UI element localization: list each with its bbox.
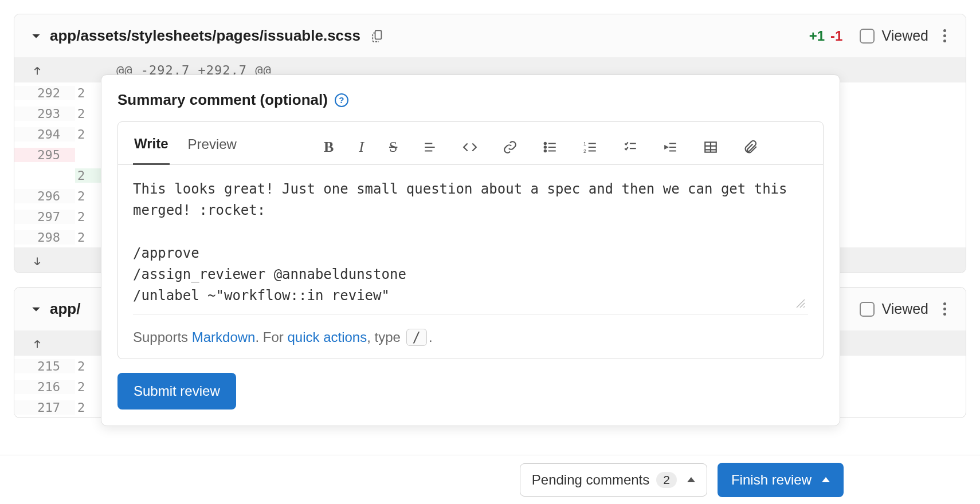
expand-up-icon[interactable] (14, 63, 75, 77)
copy-path-icon[interactable] (371, 29, 386, 44)
strikethrough-icon[interactable]: S (389, 139, 397, 156)
checklist-icon[interactable] (623, 140, 638, 155)
markdown-hint: Supports Markdown. For quick actions, ty… (118, 321, 823, 359)
numbered-list-icon[interactable]: 12 (583, 140, 598, 155)
quick-actions-link[interactable]: quick actions (287, 329, 367, 345)
markdown-editor: Write Preview B I S 12 This looks great!… (117, 121, 824, 359)
chevron-down-icon[interactable] (30, 30, 42, 42)
finish-review-label: Finish review (731, 472, 812, 488)
svg-point-2 (544, 146, 546, 148)
formatting-toolbar: B I S 12 (324, 139, 758, 156)
svg-rect-0 (375, 30, 382, 39)
deletions-count: -1 (830, 28, 842, 44)
markdown-link[interactable]: Markdown (192, 329, 256, 345)
svg-text:1: 1 (584, 140, 587, 146)
svg-point-3 (544, 149, 546, 151)
chevron-down-icon[interactable] (30, 304, 42, 315)
file-header: app/assets/stylesheets/pages/issuable.sc… (14, 14, 966, 57)
file-more-menu[interactable] (940, 26, 950, 46)
pending-comments-button[interactable]: Pending comments 2 (520, 463, 707, 497)
slash-key: / (406, 329, 427, 346)
link-icon[interactable] (503, 140, 518, 155)
summary-comment-popover: Summary comment (optional) ? Write Previ… (101, 74, 840, 426)
pending-comments-label: Pending comments (532, 472, 649, 488)
viewed-toggle[interactable]: Viewed (860, 27, 928, 44)
tab-preview[interactable]: Preview (187, 131, 238, 164)
bold-icon[interactable]: B (324, 139, 334, 156)
quote-icon[interactable] (422, 140, 437, 155)
indent-icon[interactable] (663, 140, 678, 155)
italic-icon[interactable]: I (359, 139, 364, 156)
viewed-checkbox[interactable] (860, 29, 875, 44)
file-path: app/ (50, 300, 80, 318)
finish-review-button[interactable]: Finish review (718, 463, 844, 497)
viewed-toggle[interactable]: Viewed (860, 301, 928, 317)
chevron-up-icon (687, 477, 695, 482)
code-icon[interactable] (462, 140, 477, 155)
bullet-list-icon[interactable] (543, 140, 558, 155)
tab-write[interactable]: Write (133, 130, 170, 165)
help-icon[interactable]: ? (335, 93, 348, 107)
viewed-checkbox[interactable] (860, 302, 875, 317)
file-more-menu[interactable] (940, 299, 950, 319)
resize-handle-icon[interactable] (795, 298, 806, 312)
viewed-label: Viewed (881, 27, 928, 44)
file-path: app/assets/stylesheets/pages/issuable.sc… (50, 27, 360, 45)
svg-text:2: 2 (584, 148, 587, 153)
svg-point-1 (544, 142, 546, 144)
table-icon[interactable] (703, 140, 718, 155)
expand-up-icon[interactable] (14, 336, 75, 351)
diff-stats: +1 -1 (809, 28, 843, 44)
chevron-up-icon (822, 477, 830, 482)
viewed-label: Viewed (881, 301, 928, 317)
attach-icon[interactable] (743, 140, 758, 155)
expand-down-icon[interactable] (14, 253, 75, 267)
pending-count-badge: 2 (656, 472, 677, 488)
comment-textarea[interactable]: This looks great! Just one small questio… (133, 179, 808, 315)
popover-title: Summary comment (optional) (117, 91, 328, 109)
submit-review-button[interactable]: Submit review (117, 373, 236, 410)
additions-count: +1 (809, 28, 825, 44)
review-bottom-bar: Pending comments 2 Finish review (0, 455, 980, 504)
